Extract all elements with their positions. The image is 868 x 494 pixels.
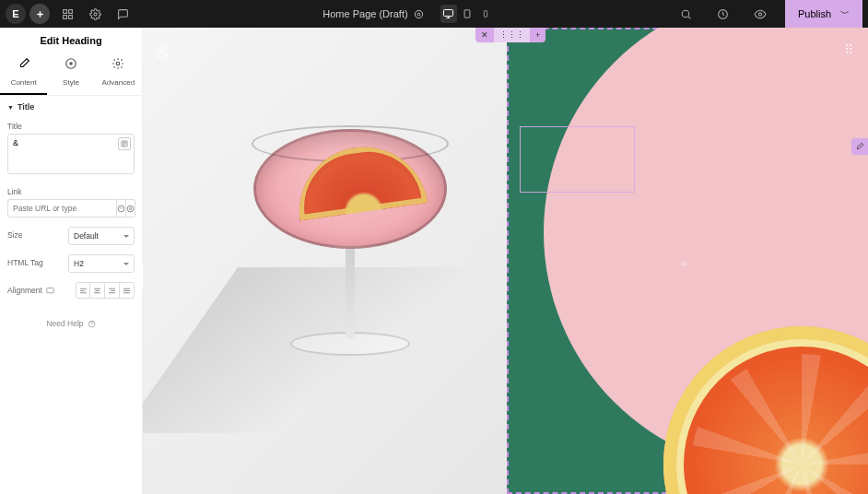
document-title-text: Home Page (Draft)	[323, 8, 407, 19]
svg-rect-7	[444, 10, 453, 17]
alignment-field-label: Alignment	[7, 286, 42, 295]
svg-point-19	[127, 206, 134, 212]
svg-point-10	[683, 10, 690, 18]
grid-drag-icon[interactable]: ⠿	[844, 42, 855, 57]
svg-rect-1	[68, 9, 72, 13]
htmltag-select[interactable]: H2	[68, 254, 135, 273]
link-input[interactable]	[7, 199, 117, 218]
panel-tabs: Content Style Advanced	[0, 52, 142, 96]
need-help-link[interactable]: Need Help	[7, 319, 135, 328]
notes-icon[interactable]	[112, 8, 133, 20]
svg-point-12	[758, 12, 761, 15]
container-add-button[interactable]: +	[530, 28, 545, 42]
section-title-toggle[interactable]: ▼ Title	[0, 96, 142, 118]
htmltag-field-label: HTML Tag	[7, 258, 43, 267]
title-input[interactable]: &	[7, 134, 135, 174]
container-handle-bar: ✕ ⋮⋮⋮ +	[475, 28, 545, 42]
size-select[interactable]: Default	[68, 227, 135, 245]
tab-advanced[interactable]: Advanced	[95, 52, 142, 95]
svg-rect-2	[63, 15, 66, 18]
align-left-button[interactable]	[76, 282, 90, 299]
selected-container[interactable]: ✕ ⋮⋮⋮ + ⠿ +	[507, 28, 868, 494]
tab-advanced-label: Advanced	[102, 78, 135, 87]
history-icon[interactable]	[713, 8, 733, 20]
tab-style[interactable]: Style	[47, 52, 94, 95]
svg-point-6	[415, 10, 422, 18]
container-close-button[interactable]: ✕	[475, 28, 494, 42]
device-desktop[interactable]	[440, 5, 457, 23]
caret-down-icon: ▼	[7, 104, 14, 111]
heading-widget[interactable]: &	[156, 41, 170, 65]
link-options-button[interactable]	[126, 199, 135, 218]
add-element-button[interactable]	[29, 4, 50, 24]
settings-icon[interactable]	[85, 8, 105, 20]
help-icon	[88, 320, 96, 328]
size-field-label: Size	[7, 230, 23, 240]
elementor-logo[interactable]: E	[6, 4, 26, 24]
svg-rect-8	[464, 10, 470, 18]
tab-content-label: Content	[11, 78, 37, 87]
document-title[interactable]: Home Page (Draft)	[323, 8, 423, 19]
container-drag-handle[interactable]: ⋮⋮⋮	[494, 28, 530, 42]
align-justify-button[interactable]	[120, 282, 135, 299]
need-help-label: Need Help	[46, 319, 83, 328]
link-field-label: Link	[7, 187, 135, 196]
responsive-indicator-icon	[46, 287, 54, 295]
add-widget-button[interactable]: +	[680, 256, 687, 271]
dynamic-tags-button[interactable]	[118, 137, 131, 150]
publish-button[interactable]: Publish ﹀	[785, 0, 862, 28]
svg-rect-0	[63, 9, 66, 13]
title-field-label: Title	[7, 122, 135, 131]
top-bar: E Home Page (Draft)	[0, 0, 868, 28]
svg-point-14	[69, 62, 73, 65]
section-title-label: Title	[18, 102, 34, 112]
link-dynamic-button[interactable]	[117, 199, 126, 218]
empty-widget-frame[interactable]	[520, 126, 635, 193]
responsive-switcher	[440, 5, 494, 23]
svg-point-15	[117, 62, 121, 65]
preview-icon[interactable]	[750, 8, 770, 20]
doc-settings-icon[interactable]	[414, 9, 424, 19]
structure-icon[interactable]	[57, 8, 77, 20]
editor-canvas[interactable]: & ✕ ⋮⋮⋮ + ⠿ +	[143, 28, 868, 494]
cocktail-image	[207, 92, 484, 433]
tab-content[interactable]: Content	[0, 52, 47, 95]
device-mobile[interactable]	[477, 5, 494, 23]
edit-panel: Edit Heading Content Style Advanced ▼ Ti…	[0, 28, 143, 494]
publish-label: Publish	[798, 8, 831, 19]
svg-point-18	[129, 207, 131, 209]
finder-icon[interactable]	[676, 8, 697, 20]
align-right-button[interactable]	[105, 282, 120, 299]
device-tablet[interactable]	[459, 5, 475, 23]
chevron-down-icon[interactable]: ﹀	[840, 7, 850, 20]
panel-title: Edit Heading	[0, 28, 142, 52]
tab-style-label: Style	[63, 78, 79, 87]
svg-rect-3	[68, 15, 72, 18]
svg-point-5	[417, 13, 420, 16]
alignment-buttons	[76, 282, 135, 299]
align-center-button[interactable]	[90, 282, 105, 299]
svg-rect-20	[47, 288, 54, 292]
svg-point-4	[93, 12, 96, 15]
edit-element-button[interactable]	[851, 138, 868, 155]
